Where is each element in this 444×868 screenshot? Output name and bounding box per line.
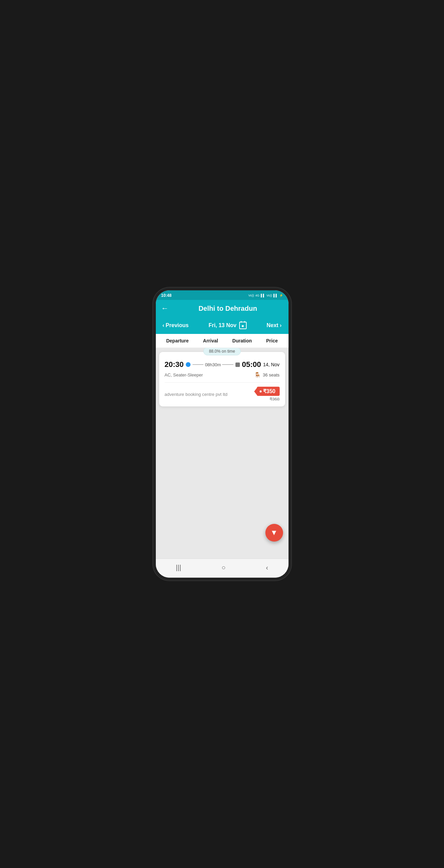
next-button[interactable]: Next › xyxy=(266,322,281,328)
operator-name: adventure booking centre pvt ltd xyxy=(165,392,228,397)
status-time: 10:48 xyxy=(161,293,172,298)
route-info: 20:30 08h30m 05:00 14, Nov xyxy=(165,360,280,369)
nav-back-button[interactable]: ‹ xyxy=(259,562,275,573)
status-battery: ⚡ xyxy=(279,294,283,297)
line-segment-right xyxy=(222,364,233,365)
price-section: ₹350 ₹368 xyxy=(257,387,280,402)
seats-info: 🪑 36 seats xyxy=(254,372,279,378)
filter-fab-button[interactable]: ▼ xyxy=(265,524,283,542)
bottom-nav: ||| ○ ‹ xyxy=(156,559,289,578)
line-segment-left xyxy=(193,364,204,365)
filter-icon: ▼ xyxy=(270,528,278,537)
discounted-price: ₹350 xyxy=(263,388,276,395)
seats-count: 36 seats xyxy=(263,372,279,377)
status-icons: Vo)) 4G ▌▌ Vo)) ▌▌ ⚡ xyxy=(248,294,283,297)
calendar-icon[interactable]: ▦ xyxy=(239,322,247,329)
nav-home-button[interactable]: ○ xyxy=(215,562,232,573)
duration-header: Duration xyxy=(232,338,252,343)
arrival-square xyxy=(235,363,240,367)
status-icon-volte2: Vo)) xyxy=(266,294,272,297)
bus-info: AC, Seater-Sleeper 🪑 36 seats xyxy=(165,372,280,378)
date-nav: ‹ Previous Fri, 13 Nov ▦ Next › xyxy=(156,318,289,334)
current-date: Fri, 13 Nov xyxy=(209,322,236,328)
top-nav: ← Delhi to Dehradun xyxy=(156,300,289,318)
price-tag: ₹350 xyxy=(257,387,280,396)
status-signal2: ▌▌ xyxy=(274,294,278,297)
column-headers: Departure Arrival Duration Price xyxy=(156,334,289,348)
phone-frame: 10:48 Vo)) 4G ▌▌ Vo)) ▌▌ ⚡ ← Delhi to De… xyxy=(156,290,289,578)
departure-time: 20:30 xyxy=(165,360,184,369)
on-time-badge: 88.0% on time xyxy=(203,348,241,355)
price-header: Price xyxy=(266,338,278,343)
original-price: ₹368 xyxy=(269,397,280,402)
arrival-date: 14, Nov xyxy=(263,362,279,367)
previous-button[interactable]: ‹ Previous xyxy=(163,322,189,328)
next-label: Next xyxy=(266,322,278,328)
duration-text: 08h30m xyxy=(205,362,221,367)
arrival-time: 05:00 xyxy=(242,360,261,369)
page-title: Delhi to Dehradun xyxy=(173,305,283,312)
main-content: 88.0% on time 20:30 08h30m 05:00 14, Nov… xyxy=(156,348,289,559)
previous-label: Previous xyxy=(166,322,189,328)
bus-type: AC, Seater-Sleeper xyxy=(165,372,203,377)
chevron-right-icon: › xyxy=(280,322,281,328)
status-signal1: ▌▌ xyxy=(261,294,265,297)
arrival-header: Arrival xyxy=(203,338,218,343)
back-button[interactable]: ← xyxy=(161,304,169,313)
status-icon-volte1: Vo)) xyxy=(248,294,254,297)
card-top: 20:30 08h30m 05:00 14, Nov AC, Seater-Sl… xyxy=(159,352,285,382)
card-bottom: adventure booking centre pvt ltd ₹350 ₹3… xyxy=(159,383,285,406)
route-line-container: 08h30m xyxy=(193,362,233,367)
bus-card[interactable]: 88.0% on time 20:30 08h30m 05:00 14, Nov… xyxy=(159,352,285,406)
status-bar: 10:48 Vo)) 4G ▌▌ Vo)) ▌▌ ⚡ xyxy=(156,290,289,300)
date-display: Fri, 13 Nov ▦ xyxy=(209,322,247,329)
departure-header: Departure xyxy=(166,338,188,343)
status-icon-4g: 4G xyxy=(255,294,259,297)
departure-dot xyxy=(186,362,191,367)
seat-icon: 🪑 xyxy=(254,372,261,378)
chevron-left-icon: ‹ xyxy=(163,322,164,328)
nav-menu-button[interactable]: ||| xyxy=(169,562,188,573)
price-dot xyxy=(260,390,262,392)
